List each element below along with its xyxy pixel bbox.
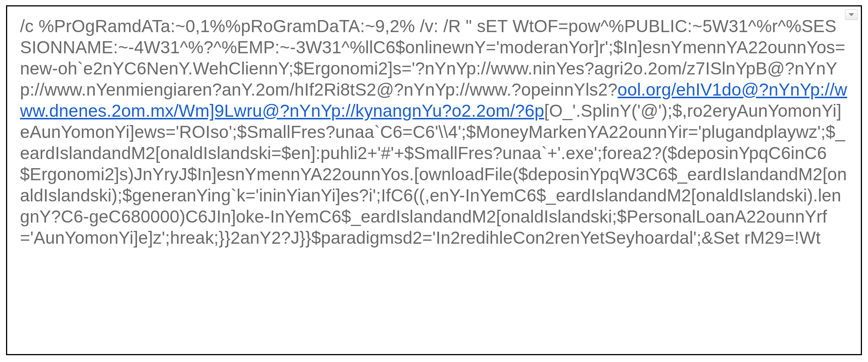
svg-marker-0 <box>849 13 854 16</box>
code-text-segment: [O_'.SplinY('@');$,ro2eryAunYomonYi]eAun… <box>20 101 847 248</box>
chevron-down-icon <box>848 13 854 17</box>
code-snippet-box: /c %PrOgRamdATa:~0,1%%pRoGramDaTA:~9,2% … <box>6 5 862 355</box>
dropdown-toggle-button[interactable] <box>845 9 858 20</box>
code-content: /c %PrOgRamdATa:~0,1%%pRoGramDaTA:~9,2% … <box>20 15 848 248</box>
